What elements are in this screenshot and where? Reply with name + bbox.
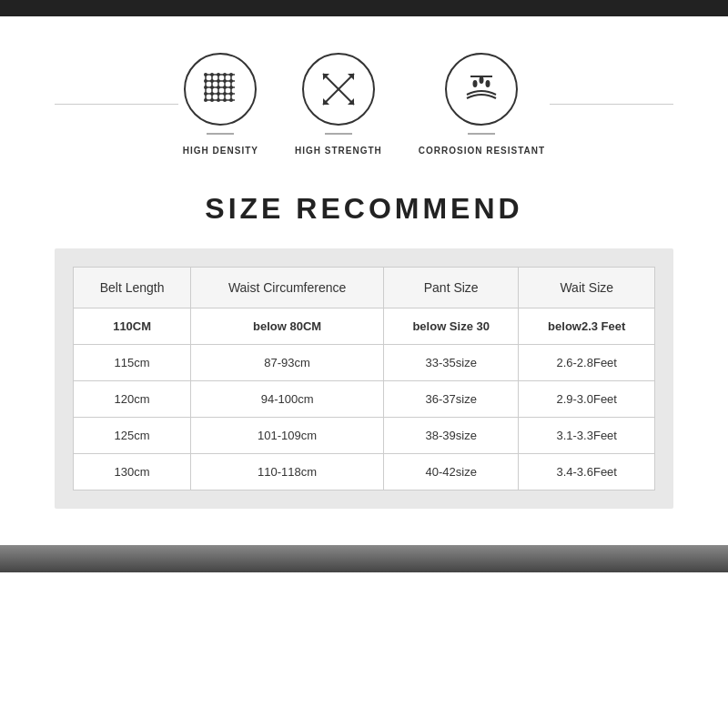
table-cell: 2.9-3.0Feet (519, 381, 655, 418)
svg-point-34 (229, 98, 233, 102)
svg-point-43 (486, 80, 490, 87)
table-cell: 120cm (74, 381, 191, 418)
bottom-bar (0, 545, 728, 572)
right-line (550, 104, 673, 105)
shield-drop-icon (461, 69, 501, 109)
size-title: SIZE RECOMMEND (55, 192, 673, 226)
table-cell: 110CM (74, 308, 191, 345)
table-cell: 40-42size (383, 454, 519, 490)
svg-point-20 (204, 86, 207, 89)
feature-circle-corrosion (445, 53, 518, 126)
table-cell: 101-109cm (191, 418, 384, 454)
table-cell: 110-118cm (191, 454, 384, 490)
table-cell: below 80CM (191, 308, 384, 345)
svg-point-33 (223, 98, 227, 102)
svg-point-30 (204, 98, 207, 102)
svg-point-25 (204, 92, 207, 96)
svg-point-23 (223, 86, 227, 89)
svg-point-31 (210, 98, 214, 102)
table-header-row: Belt Length Waist Circumference Pant Siz… (74, 268, 655, 308)
feature-circle-density (184, 53, 257, 126)
features-section: HIGH DENSITY HIGH (55, 44, 673, 174)
feature-circle-strength (302, 53, 375, 126)
table-cell: below2.3 Feet (519, 308, 655, 345)
svg-point-42 (480, 76, 484, 84)
col-wait-size: Wait Size (519, 268, 655, 308)
top-bar (0, 0, 728, 16)
svg-point-19 (229, 79, 233, 83)
corrosion-dash (468, 133, 495, 135)
main-content: HIGH DENSITY HIGH (0, 16, 728, 527)
svg-point-10 (204, 73, 207, 76)
corrosion-label: CORROSION RESISTANT (419, 146, 545, 156)
table-section: Belt Length Waist Circumference Pant Siz… (55, 248, 673, 509)
table-row: 125cm101-109cm38-39size3.1-3.3Feet (74, 418, 655, 454)
table-cell: 33-35size (383, 345, 519, 381)
table-row: 130cm110-118cm40-42size3.4-3.6Feet (74, 454, 655, 490)
table-cell: 38-39size (383, 418, 519, 454)
svg-point-18 (223, 79, 227, 83)
svg-point-16 (210, 79, 214, 83)
table-cell: 130cm (74, 454, 191, 490)
svg-point-22 (217, 86, 220, 89)
table-cell: 36-37size (383, 381, 519, 418)
col-belt-length: Belt Length (74, 268, 191, 308)
table-cell: 3.1-3.3Feet (519, 418, 655, 454)
col-pant-size: Pant Size (383, 268, 519, 308)
density-dash (207, 133, 234, 135)
table-cell: 3.4-3.6Feet (519, 454, 655, 490)
svg-point-26 (210, 92, 214, 96)
strength-label: HIGH STRENGTH (295, 146, 382, 156)
svg-point-28 (223, 92, 227, 96)
table-row: 115cm87-93cm33-35size2.6-2.8Feet (74, 345, 655, 381)
features-icons: HIGH DENSITY HIGH (178, 53, 550, 156)
feature-corrosion: CORROSION RESISTANT (419, 53, 545, 156)
svg-point-15 (204, 79, 207, 83)
table-cell: 115cm (74, 345, 191, 381)
table-row: 120cm94-100cm36-37size2.9-3.0Feet (74, 381, 655, 418)
size-table: Belt Length Waist Circumference Pant Siz… (73, 267, 655, 490)
left-line (55, 104, 178, 105)
feature-high-density: HIGH DENSITY (183, 53, 258, 156)
table-cell: 87-93cm (191, 345, 384, 381)
svg-point-11 (210, 73, 214, 76)
svg-point-32 (217, 98, 220, 102)
strength-dash (325, 133, 352, 135)
size-title-section: SIZE RECOMMEND (55, 174, 673, 248)
svg-point-27 (217, 92, 220, 96)
feature-high-strength: HIGH STRENGTH (295, 53, 382, 156)
svg-point-12 (217, 73, 220, 76)
svg-point-17 (217, 79, 220, 83)
grid-icon (200, 69, 240, 109)
svg-point-29 (229, 92, 233, 96)
table-cell: below Size 30 (383, 308, 519, 345)
arrows-icon (318, 69, 359, 109)
col-waist-circumference: Waist Circumference (191, 268, 384, 308)
svg-point-41 (473, 80, 478, 87)
svg-point-13 (223, 73, 227, 76)
density-label: HIGH DENSITY (183, 146, 258, 156)
table-cell: 94-100cm (191, 381, 384, 418)
svg-point-24 (229, 86, 233, 89)
table-cell: 2.6-2.8Feet (519, 345, 655, 381)
table-cell: 125cm (74, 418, 191, 454)
table-row: 110CMbelow 80CMbelow Size 30below2.3 Fee… (74, 308, 655, 345)
svg-point-14 (229, 73, 233, 76)
svg-point-21 (210, 86, 214, 89)
